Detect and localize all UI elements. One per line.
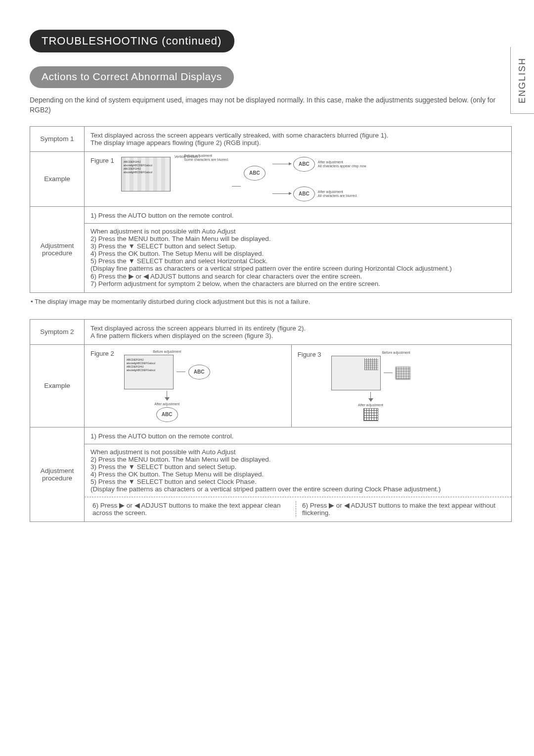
label-symptom2: Symptom 2	[30, 319, 85, 344]
language-tab: ENGLISH	[510, 47, 534, 114]
figure2-screen: ABCDEFGHIJ abcdefgABCDEFGabcd ABCDEFGHIJ…	[124, 355, 174, 389]
example-2-fig3: Figure 3 Before adjustment After adjustm…	[291, 344, 511, 427]
bubble-abc-fig2: ABC	[188, 365, 210, 379]
grid-pattern-blur	[396, 367, 410, 379]
fig2-after-label: After adjustment	[154, 402, 179, 406]
grid-pattern-crisp	[363, 408, 378, 421]
subsection-title: Actions to Correct Abnormal Displays	[42, 71, 222, 82]
subsection-title-pill: Actions to Correct Abnormal Displays	[30, 66, 234, 88]
caption-after-crisp: After adjustment All characters appear c…	[318, 160, 367, 168]
s2-step6b: 6) Press ▶ or ◀ ADJUST buttons to make t…	[296, 501, 505, 517]
figure2-screen-text: ABCDEFGHIJ abcdefgABCDEFGabcd ABCDEFGHIJ…	[127, 358, 171, 373]
bubble-abc-crisp: ABC	[293, 157, 315, 172]
figure3-label: Figure 3	[298, 351, 321, 358]
symptom2-text: Text displayed across the screen appears…	[85, 319, 512, 344]
figure1-screen: ABCDEFGHIJ abcdefgABCDEFGabcd ABCDEFGHIJ…	[121, 157, 171, 191]
arrow-down-icon	[368, 392, 373, 402]
example-1-cell: Figure 1 ABCDEFGHIJ abcdefgABCDEFGabcd A…	[85, 151, 512, 206]
dashed-divider	[85, 497, 511, 497]
fig3-before-label: Before adjustment	[382, 351, 410, 355]
figure3-screen	[331, 356, 381, 390]
intro-paragraph: Depending on the kind of system equipmen…	[30, 95, 512, 115]
label-example-2: Example	[30, 344, 85, 427]
bubble-abc-fig2-after: ABC	[156, 407, 178, 422]
abc-text-3: ABC	[299, 191, 310, 196]
adjproc-1-cell: 1) Press the AUTO button on the remote c…	[85, 206, 512, 292]
label-example-1: Example	[30, 151, 85, 206]
label-adjproc-2: Adjustment procedure	[30, 427, 85, 521]
language-label: ENGLISH	[517, 57, 528, 103]
abc-text-4: ABC	[194, 369, 205, 375]
bubble-abc-blur-2: ABC	[293, 187, 315, 201]
symptom-1-table: Symptom 1 Text displayed across the scre…	[30, 126, 512, 293]
figure1-screen-text: ABCDEFGHIJ abcdefgABCDEFGabcd ABCDEFGHIJ…	[124, 160, 168, 175]
figure2-label: Figure 2	[90, 350, 114, 357]
arrow-down-icon	[165, 391, 170, 401]
caption-after-blur: After adjustment All characters are blur…	[318, 190, 357, 198]
symptom1-text: Text displayed across the screen appears…	[85, 126, 512, 151]
fig3-after-label: After adjustment	[358, 403, 383, 407]
figure1-label: Figure 1	[90, 157, 114, 164]
s1-steps-rest: When adjustment is not possible with Aut…	[90, 228, 505, 287]
s1-step1: 1) Press the AUTO button on the remote c…	[90, 212, 505, 219]
fig2-before-label: Before adjustment	[153, 350, 181, 354]
symptom-2-table: Symptom 2 Text displayed across the scre…	[30, 319, 512, 522]
divider	[85, 444, 511, 444]
caption-before: Before adjustment Some characters are bl…	[184, 154, 229, 162]
arrow-right-icon	[272, 164, 291, 164]
bubble-abc-blur: ABC	[244, 166, 266, 181]
s2-step6a: 6) Press ▶ or ◀ ADJUST buttons to make t…	[90, 501, 296, 517]
section-title: TROUBLESHOOTING (continued)	[42, 35, 222, 47]
abc-text-2: ABC	[299, 161, 310, 167]
adjproc-2-cell: 1) Press the AUTO button on the remote c…	[85, 427, 512, 521]
label-adjproc-1: Adjustment procedure	[30, 206, 85, 292]
mid-note: • The display image may be momentarily d…	[31, 298, 512, 305]
abc-text: ABC	[249, 170, 260, 176]
s2-step1: 1) Press the AUTO button on the remote c…	[90, 432, 505, 440]
s2-steps-rest: When adjustment is not possible with Aut…	[90, 448, 505, 493]
divider	[85, 223, 511, 224]
arrow-right-icon	[272, 193, 291, 194]
label-symptom1: Symptom 1	[30, 126, 85, 151]
example-2-fig2: Figure 2 Before adjustment ABCDEFGHIJ ab…	[85, 344, 292, 427]
section-title-pill: TROUBLESHOOTING (continued)	[30, 30, 234, 52]
abc-text-5: ABC	[162, 412, 173, 417]
